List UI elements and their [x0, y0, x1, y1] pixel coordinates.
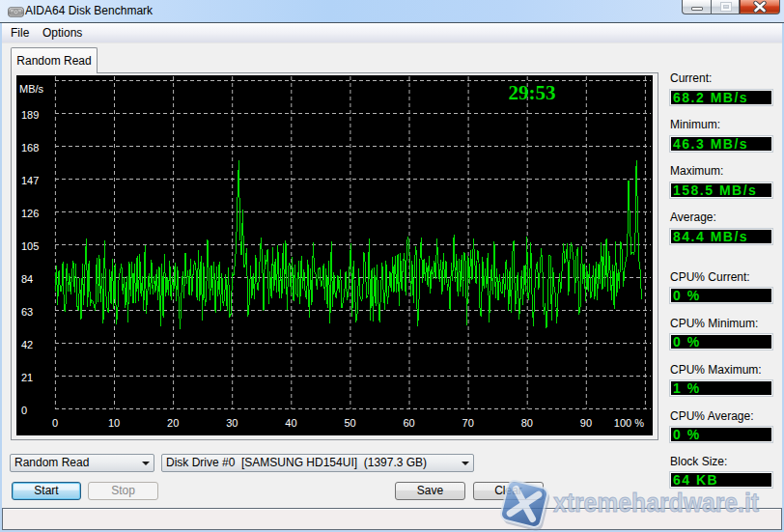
svg-text:90: 90 — [580, 417, 592, 429]
svg-text:126: 126 — [21, 208, 39, 219]
svg-text:21: 21 — [21, 372, 33, 383]
svg-text:70: 70 — [462, 417, 474, 429]
svg-text:xtremehardware.it: xtremehardware.it — [553, 489, 759, 518]
svg-text:84: 84 — [21, 273, 33, 285]
svg-text:42: 42 — [21, 339, 33, 350]
svg-text:40: 40 — [285, 417, 296, 429]
svg-text:29:53: 29:53 — [509, 81, 556, 104]
svg-text:80: 80 — [521, 417, 533, 429]
svg-text:100 %: 100 % — [614, 417, 644, 429]
svg-text:50: 50 — [344, 417, 355, 429]
svg-text:0: 0 — [52, 417, 58, 429]
svg-text:10: 10 — [108, 417, 120, 429]
svg-text:189: 189 — [21, 109, 39, 121]
svg-text:MB/s: MB/s — [19, 83, 44, 95]
svg-text:0: 0 — [21, 405, 27, 416]
svg-text:147: 147 — [21, 175, 39, 186]
svg-text:168: 168 — [21, 142, 39, 154]
svg-text:30: 30 — [226, 417, 238, 429]
svg-text:20: 20 — [167, 417, 179, 429]
svg-text:60: 60 — [403, 417, 414, 429]
svg-text:63: 63 — [21, 306, 33, 318]
svg-text:105: 105 — [21, 240, 39, 252]
